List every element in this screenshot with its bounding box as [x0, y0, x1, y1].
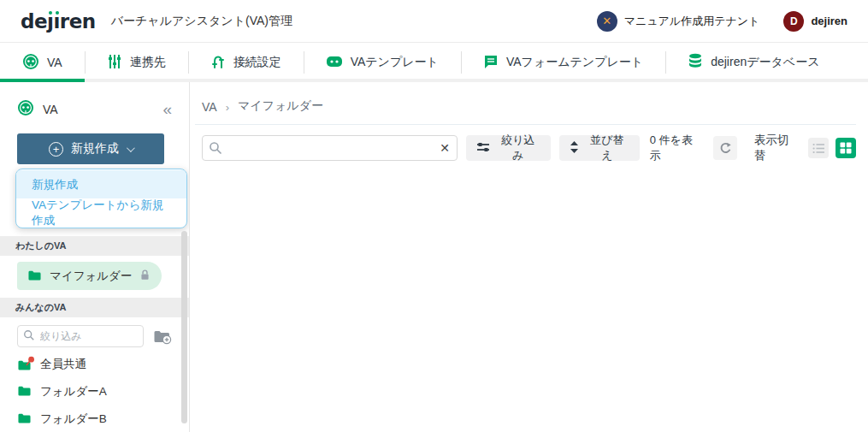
tab-integrations[interactable]: 連携先	[85, 43, 188, 82]
sidebar-scrollbar-thumb[interactable]	[181, 231, 187, 423]
filter-button-label: 絞り込み	[496, 133, 540, 163]
folder-icon	[17, 411, 32, 427]
database-icon	[688, 53, 703, 72]
robot-face-icon	[326, 55, 343, 71]
user-avatar: D	[783, 11, 804, 32]
search-icon	[23, 329, 35, 345]
va-face-icon	[17, 99, 34, 119]
user-name: dejiren	[811, 15, 847, 27]
app-title: バーチャルアシスタント(VA)管理	[111, 14, 292, 29]
sort-button[interactable]: 並び替え	[559, 135, 640, 161]
plus-circle-icon: +	[49, 142, 63, 157]
tenant-switcher[interactable]: ✕ マニュアル作成用テナント	[597, 11, 760, 32]
main-content: VA › マイフォルダー ✕ 絞り込み	[190, 82, 868, 432]
grid-view-icon	[840, 142, 852, 154]
folder-filter-input[interactable]	[17, 325, 144, 347]
sort-button-label: 並び替え	[585, 133, 629, 163]
va-search-box: ✕	[202, 135, 458, 161]
sidebar: VA « + 新規作成 新規作成 VAテンプレートから新規作成 わたしのVA マ…	[0, 82, 190, 432]
tab-label: VA	[47, 56, 62, 69]
form-bubble-icon	[483, 54, 499, 72]
tab-label: 接続設定	[233, 55, 281, 70]
sidebar-item-folder-b[interactable]: フォルダーB	[0, 405, 189, 432]
sidebar-title: VA	[43, 103, 58, 116]
tab-va[interactable]: VA	[0, 43, 85, 82]
sidebar-item-label: フォルダーA	[40, 384, 107, 399]
refresh-button[interactable]	[713, 136, 737, 160]
grid-view-button[interactable]	[836, 138, 856, 158]
chevron-down-icon	[127, 144, 135, 152]
va-face-icon	[22, 53, 39, 73]
tab-va-templates[interactable]: VAテンプレート	[304, 43, 461, 82]
list-view-button[interactable]	[808, 138, 829, 158]
dropdown-item-new[interactable]: 新規作成	[16, 170, 186, 198]
main-tabbar: VA 連携先 接続設定 VAテンプレート VAフォームテンプレート dejire…	[0, 43, 868, 82]
va-search-input[interactable]	[202, 135, 458, 161]
view-toggle-label: 表示切替	[754, 133, 800, 163]
add-folder-button[interactable]	[153, 328, 172, 345]
item-count: 0 件を表示	[650, 133, 704, 163]
breadcrumb: VA › マイフォルダー	[195, 82, 856, 125]
sort-arrows-icon	[570, 141, 579, 156]
refresh-icon	[718, 141, 733, 156]
chevron-right-icon: ›	[226, 101, 229, 114]
filter-button[interactable]: 絞り込み	[466, 135, 551, 161]
pin-icon	[26, 356, 35, 369]
folder-icon	[17, 358, 32, 371]
tab-label: 連携先	[130, 55, 166, 70]
folder-icon	[27, 269, 42, 284]
sidebar-item-label: マイフォルダー	[50, 269, 132, 284]
section-header-shared-va: みんなのVA	[0, 298, 189, 317]
breadcrumb-root[interactable]: VA	[202, 100, 217, 114]
tab-connection-settings[interactable]: 接続設定	[188, 43, 304, 82]
folder-icon	[17, 384, 32, 399]
clear-search-icon[interactable]: ✕	[440, 140, 450, 156]
new-va-button-label: 新規作成	[71, 141, 119, 157]
user-menu[interactable]: D dejiren	[783, 11, 847, 32]
sidebar-item-folder-a[interactable]: フォルダーA	[0, 378, 189, 405]
sidebar-item-label: 全員共通	[40, 357, 86, 372]
tab-label: VAテンプレート	[351, 55, 439, 70]
tab-va-form-templates[interactable]: VAフォームテンプレート	[461, 43, 665, 82]
new-va-button[interactable]: + 新規作成	[17, 133, 164, 164]
sidebar-item-label: フォルダーB	[40, 411, 107, 427]
new-va-dropdown: 新規作成 VAテンプレートから新規作成	[15, 169, 187, 228]
sidebar-item-shared-all[interactable]: 全員共通	[0, 351, 189, 378]
breadcrumb-current: マイフォルダー	[238, 98, 323, 114]
sidebar-collapse-icon[interactable]: «	[162, 101, 172, 117]
tab-label: VAフォームテンプレート	[506, 55, 643, 70]
section-header-my-va: わたしのVA	[0, 236, 189, 256]
header-right: ✕ マニュアル作成用テナント D dejiren	[597, 11, 847, 32]
tenant-name: マニュアル作成用テナント	[624, 14, 760, 29]
filter-sliders-icon	[476, 141, 490, 156]
logo: deȷıren	[21, 10, 96, 33]
sidebar-item-my-folder[interactable]: マイフォルダー	[17, 262, 162, 290]
tab-label: dejirenデータベース	[711, 55, 819, 70]
tenant-badge-icon: ✕	[597, 11, 617, 32]
tab-dejiren-database[interactable]: dejirenデータベース	[665, 43, 841, 82]
toolbar: ✕ 絞り込み 並び替え 0 件を表示 表示切替	[195, 125, 856, 163]
cable-icon	[210, 54, 226, 72]
search-icon	[209, 141, 222, 158]
app-header: deȷıren バーチャルアシスタント(VA)管理 ✕ マニュアル作成用テナント…	[0, 0, 868, 43]
dropdown-item-new-from-template[interactable]: VAテンプレートから新規作成	[16, 198, 186, 227]
sliders-icon	[107, 54, 122, 72]
lock-icon	[139, 269, 151, 283]
list-view-icon	[812, 143, 825, 154]
